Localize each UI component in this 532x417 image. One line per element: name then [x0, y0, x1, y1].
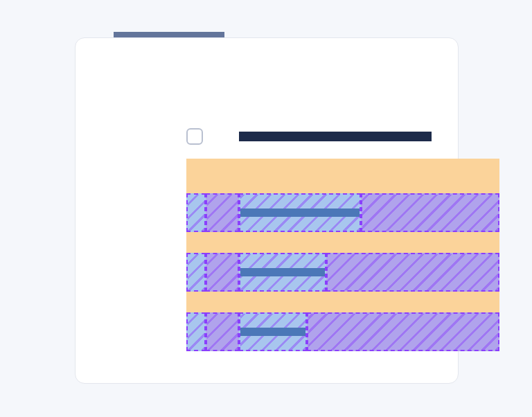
grid-gap [186, 232, 499, 253]
row-checkbox-cell[interactable] [186, 253, 206, 292]
row-checkbox-cell[interactable] [186, 193, 206, 232]
layout-card [75, 37, 459, 384]
row-remainder-cell [326, 253, 499, 292]
row-remainder-cell [307, 312, 499, 351]
row-remainder-cell [361, 193, 499, 232]
grid-rows [186, 159, 499, 351]
progress-bar [240, 208, 360, 217]
row-progress-cell [239, 193, 361, 232]
row-icon-cell [206, 253, 239, 292]
row-icon-cell [206, 312, 239, 351]
progress-bar [240, 328, 305, 336]
select-all-checkbox[interactable] [186, 128, 203, 145]
row-progress-cell [239, 253, 326, 292]
grid-gap [186, 292, 499, 312]
progress-bar [240, 268, 325, 276]
card-title [239, 132, 432, 141]
row-checkbox-cell[interactable] [186, 312, 206, 351]
row-progress-cell [239, 312, 307, 351]
grid-row [186, 312, 499, 351]
grid-gap [186, 159, 499, 193]
grid-row [186, 253, 499, 292]
row-icon-cell [206, 193, 239, 232]
grid-row [186, 193, 499, 232]
card-header [186, 128, 432, 145]
